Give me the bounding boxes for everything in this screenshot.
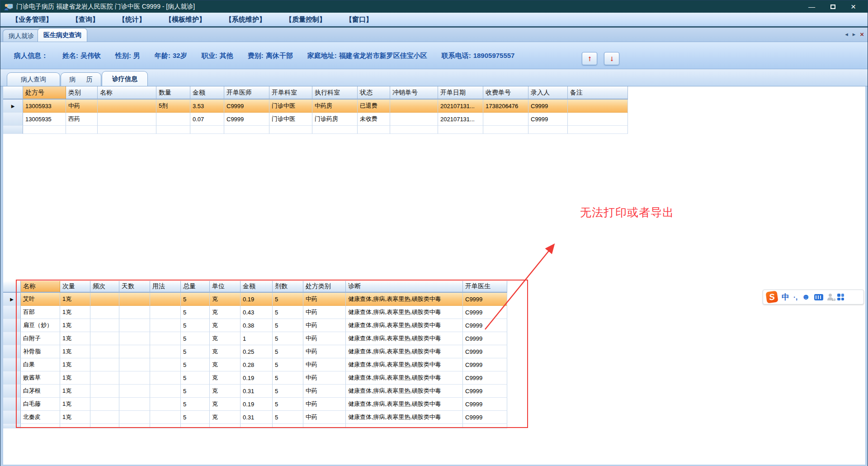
column-header[interactable]: 开单科室 (269, 86, 312, 100)
tab-close-icon[interactable]: × (860, 30, 864, 38)
column-header[interactable]: 次量 (60, 281, 90, 293)
column-header[interactable]: 金额 (241, 281, 273, 293)
table-cell: 5 (181, 319, 210, 332)
ime-account-icon[interactable]: 10 (827, 294, 833, 300)
subtab-medical-record[interactable]: 病 历 (61, 72, 101, 86)
table-row[interactable]: 扁豆（炒）1克5克0.385中药健康查体,痹病,表寒里热,磺胺类中毒C9999 (3, 319, 507, 332)
column-header[interactable]: 开单医生 (463, 281, 507, 293)
ime-punctuation-icon[interactable]: ·, (793, 293, 797, 301)
column-header[interactable]: 录入人 (528, 86, 568, 100)
column-header[interactable]: 频次 (90, 281, 119, 293)
table-cell (150, 371, 181, 385)
patient-age: 年龄:32岁 (155, 52, 187, 60)
menu-business[interactable]: 【业务管理】 (12, 15, 52, 24)
table-row[interactable]: 13005935西药0.07C9999门诊中医门诊药房未收费202107131.… (3, 113, 628, 126)
red-down-arrow-icon: ↓ (610, 54, 614, 63)
maximize-button[interactable] (830, 0, 835, 13)
tab-patient-visit[interactable]: 病人就诊 (3, 29, 40, 42)
column-header[interactable]: 数量 (156, 86, 190, 100)
column-header[interactable]: 状态 (358, 86, 390, 100)
table-cell: 中药 (303, 332, 346, 345)
column-header[interactable]: 用法 (150, 281, 181, 293)
table-cell (150, 358, 181, 371)
menu-quality[interactable]: 【质量控制】 (285, 15, 326, 24)
tab-doctor-history-query[interactable]: 医生病史查询 (38, 28, 87, 42)
column-header[interactable]: 冲销单号 (390, 86, 438, 100)
table-cell (119, 358, 150, 371)
menu-window[interactable]: 【窗口】 (345, 15, 373, 24)
table-cell: C9999 (463, 306, 507, 319)
ime-toolbox-icon[interactable] (837, 294, 844, 300)
select-all-corner[interactable] (3, 281, 21, 293)
table-row[interactable]: 百部1克5克0.435中药健康查体,痹病,表寒里热,磺胺类中毒C9999 (3, 306, 507, 319)
table-cell: C9999 (463, 358, 507, 371)
table-row[interactable]: 白附子1克5克15中药健康查体,痹病,表寒里热,磺胺类中毒C9999 (3, 332, 507, 345)
sogou-logo-icon[interactable]: S (765, 290, 778, 303)
scroll-up-button[interactable]: ↑ (582, 52, 597, 65)
menu-system[interactable]: 【系统维护】 (225, 15, 266, 24)
tab-scroll-left-icon[interactable]: ◂ (845, 31, 848, 38)
table-row[interactable]: ▶13005933中药5剂3.53C9999门诊中医中药房已退费20210713… (3, 100, 628, 113)
table-cell (119, 345, 150, 358)
table-cell: 1克 (60, 358, 90, 371)
scroll-down-button[interactable]: ↓ (604, 52, 619, 65)
column-header[interactable]: 备注 (568, 86, 628, 100)
column-header[interactable]: 处方号 (23, 86, 66, 100)
table-cell: 1738206476 (483, 100, 528, 113)
column-header[interactable]: 单位 (210, 281, 241, 293)
close-button[interactable]: × (851, 0, 856, 13)
column-header[interactable]: 名称 (21, 281, 60, 293)
row-selector-cell (3, 319, 21, 332)
table-cell: 健康查体,痹病,表寒里热,磺胺类中毒 (346, 358, 463, 371)
tab-scroll-right-icon[interactable]: ▸ (853, 31, 856, 38)
table-cell (119, 398, 150, 411)
column-header[interactable]: 总量 (181, 281, 210, 293)
table-cell: C9999 (463, 345, 507, 358)
column-header[interactable]: 类别 (66, 86, 98, 100)
column-header[interactable]: 处方类别 (303, 281, 346, 293)
table-cell (119, 319, 150, 332)
table-cell: 白附子 (21, 332, 60, 345)
table-row[interactable]: 北秦皮1克5克0.315中药健康查体,痹病,表寒里热,磺胺类中毒C9999 (3, 411, 507, 424)
column-header[interactable]: 执行科室 (312, 86, 358, 100)
subtab-diagnosis-info[interactable]: 诊疗信息 (102, 71, 148, 86)
select-all-corner[interactable] (3, 86, 23, 100)
table-cell: 中药 (303, 385, 346, 398)
table-cell: 克 (210, 371, 241, 385)
column-header[interactable]: 金额 (190, 86, 224, 100)
table-cell: 中药 (66, 100, 98, 113)
patient-fee-type: 费别:离休干部 (248, 52, 293, 60)
table-cell: 5 (273, 398, 303, 411)
menu-statistics[interactable]: 【统计】 (118, 15, 146, 24)
table-row[interactable]: 白果1克5克0.285中药健康查体,痹病,表寒里热,磺胺类中毒C9999 (3, 358, 507, 371)
row-selector-cell (3, 371, 21, 385)
column-header[interactable]: 开单医师 (224, 86, 269, 100)
table-row[interactable]: 补骨脂1克5克0.255中药健康查体,痹病,表寒里热,磺胺类中毒C9999 (3, 345, 507, 358)
table-row[interactable]: 败酱草1克5克0.195中药健康查体,痹病,表寒里热,磺胺类中毒C9999 (3, 371, 507, 385)
table-row[interactable]: ▶艾叶1克5克0.195中药健康查体,痹病,表寒里热,磺胺类中毒C9999 (3, 293, 507, 306)
table-cell: C9999 (528, 113, 568, 126)
table-row[interactable]: 白毛藤1克5克0.195中药健康查体,痹病,表寒里热,磺胺类中毒C9999 (3, 398, 507, 411)
column-header[interactable]: 名称 (98, 86, 156, 100)
ime-language-icon[interactable]: 中 (782, 292, 789, 302)
column-header[interactable]: 诊断 (346, 281, 463, 293)
table-cell: 白果 (21, 358, 60, 371)
subtab-patient-query[interactable]: 病人查询 (7, 72, 60, 86)
table-cell (150, 319, 181, 332)
menu-template[interactable]: 【模板维护】 (165, 15, 206, 24)
table-cell (390, 100, 438, 113)
column-header[interactable]: 剂数 (273, 281, 303, 293)
ime-keyboard-icon[interactable] (814, 294, 823, 300)
table-cell (119, 306, 150, 319)
column-header[interactable]: 天数 (119, 281, 150, 293)
table-cell: 0.43 (241, 306, 273, 319)
column-header[interactable]: 开单日期 (438, 86, 483, 100)
sub-tab-strip: 病人查询 病 历 诊疗信息 (0, 69, 868, 86)
table-cell (98, 100, 156, 113)
table-row[interactable]: 白茅根1克5克0.315中药健康查体,痹病,表寒里热,磺胺类中毒C9999 (3, 385, 507, 398)
column-header[interactable]: 收费单号 (483, 86, 528, 100)
row-selector-cell (3, 332, 21, 345)
menu-query[interactable]: 【查询】 (72, 15, 99, 24)
ime-emoji-icon[interactable]: ☻ (802, 292, 810, 302)
minimize-button[interactable]: — (808, 0, 815, 13)
